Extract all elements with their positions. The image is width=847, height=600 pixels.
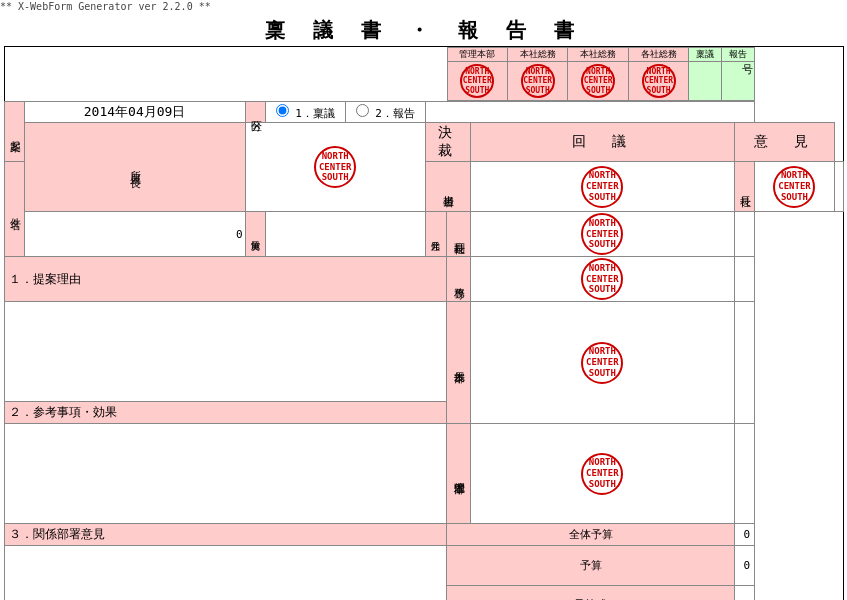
stamp-mgmt: NORTH CENTER SOUTH [460, 64, 494, 98]
section1-label: １．提案理由 [9, 272, 81, 286]
dept-stamp: NORTH CENTER SOUTH [314, 146, 356, 188]
section2-content: 管理本部 NORTH CENTER SOUTH [4, 424, 843, 524]
top-bar-label: ** X-WebForm Generator ver 2.2.0 ** [0, 1, 211, 12]
section2-label: ２．参考事項・効果 [9, 405, 117, 419]
budget-value2: 0 [743, 559, 750, 572]
charge-stamp: NORTH CENTER SOUTH [581, 166, 623, 208]
vp-stamp: NORTH CENTER SOUTH [581, 213, 623, 255]
subject-label: 件名 [7, 209, 22, 213]
budget-row: 0 実施日 発注元 副社長 NORTH CENTER SOUTH [4, 212, 843, 257]
ringi-label: 稟議 [689, 48, 722, 62]
section1-textarea[interactable] [7, 304, 445, 394]
section2-textarea[interactable] [7, 426, 445, 516]
president-stamp: NORTH CENTER SOUTH [773, 166, 815, 208]
section3-content: 予算 0 [4, 546, 843, 586]
option1-label: 1．稟議 [295, 107, 335, 120]
total-budget-label: 全体予算 [569, 528, 613, 541]
dept-head-label: 所属長 [129, 161, 142, 173]
opinion-label: 意 見 [754, 133, 814, 149]
section3-textarea[interactable] [7, 548, 445, 600]
divhead-stamp: NORTH CENTER SOUTH [581, 342, 623, 384]
top-bar: ** X-WebForm Generator ver 2.2.0 ** [0, 0, 847, 13]
option1-radio[interactable] [276, 104, 289, 117]
go-label: 号 [742, 63, 753, 76]
option2-radio[interactable] [356, 104, 369, 117]
main-title: 稟 議 書 ・ 報 告 書 [0, 13, 847, 46]
section1-content: 本部長 NORTH CENTER SOUTH [4, 302, 843, 402]
section3-row: ３．関係部署意見 全体予算 0 [4, 524, 843, 546]
date-row: 起案 2014年04月09日 区分 1．稟議 2．報告 [4, 102, 843, 123]
section3-label: ３．関係部署意見 [9, 527, 105, 541]
approval-header-table: 管理本部 本社総務 本社総務 各社総務 稟議 報告 NORTH CENTER S… [447, 47, 755, 101]
stamp-main-hq: NORTH CENTER SOUTH [521, 64, 555, 98]
stamp-main-hq2: NORTH CENTER SOUTH [581, 64, 615, 98]
mgmt-hq-label: 管理本部 [447, 48, 507, 62]
meeting-label: 回 議 [572, 133, 632, 149]
budget-value: 0 [236, 228, 243, 241]
main-table: 管理本部 本社総務 本社総務 各社総務 稟議 報告 NORTH CENTER S… [4, 46, 844, 600]
mgmt-stamp: NORTH CENTER SOUTH [581, 453, 623, 495]
all-company-label: 各社総務 [628, 48, 688, 62]
section1-row: １．提案理由 専務 NORTH CENTER SOUTH [4, 257, 843, 302]
date-value: 2014年04月09日 [84, 104, 186, 119]
option2-label: 2．報告 [375, 107, 415, 120]
main-hq-label: 本社総務 [507, 48, 567, 62]
header-row: 管理本部 本社総務 本社総務 各社総務 稟議 報告 NORTH CENTER S… [4, 47, 843, 102]
hoko-label: 報告 [721, 48, 754, 62]
exec-stamp: NORTH CENTER SOUTH [581, 258, 623, 300]
total-budget-value: 0 [743, 528, 750, 541]
main-hq-right-label: 本社総務 [568, 48, 628, 62]
stamp-all-co: NORTH CENTER SOUTH [642, 64, 676, 98]
budget-label2: 予算 [580, 559, 602, 572]
labels-row: 所属長 NORTH CENTER SOUTH 決 裁 回 議 意 見 [4, 123, 843, 162]
